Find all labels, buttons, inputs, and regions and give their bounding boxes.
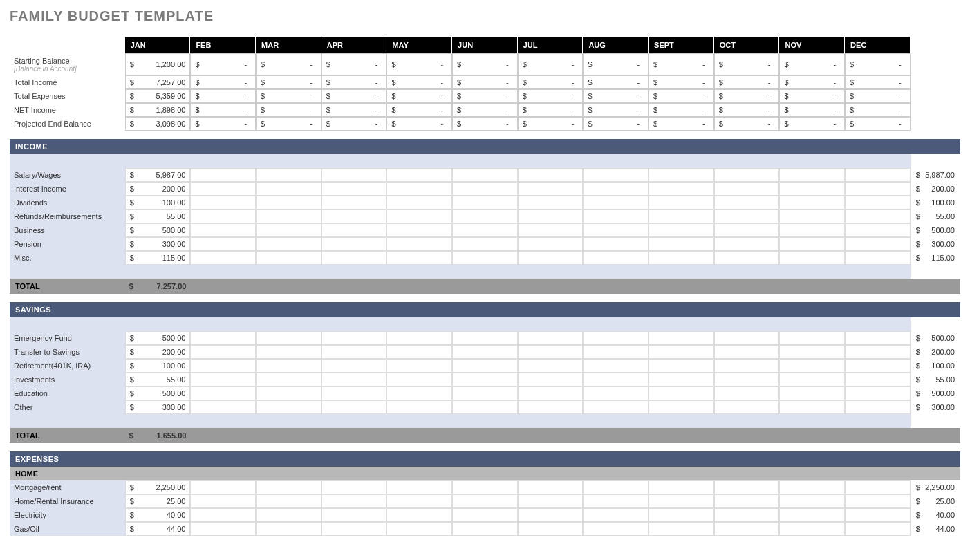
money-cell[interactable] [714, 209, 780, 223]
money-cell[interactable] [845, 508, 911, 522]
money-cell[interactable] [583, 359, 649, 373]
money-cell[interactable]: $- [256, 75, 321, 89]
money-cell[interactable] [386, 251, 452, 265]
money-cell[interactable] [321, 196, 387, 209]
money-cell[interactable]: $- [256, 117, 321, 131]
money-cell[interactable] [190, 494, 256, 508]
money-cell[interactable]: $100.00 [125, 359, 191, 373]
money-cell[interactable] [649, 400, 714, 414]
money-cell[interactable]: $- [321, 75, 387, 89]
money-cell[interactable]: $- [386, 89, 452, 103]
money-cell[interactable]: $25.00 [125, 494, 191, 508]
money-cell[interactable] [321, 223, 387, 237]
money-cell[interactable] [190, 359, 256, 373]
money-cell[interactable]: $- [190, 103, 256, 117]
money-cell[interactable] [518, 508, 584, 522]
money-cell[interactable]: $- [779, 53, 845, 75]
money-cell[interactable]: $100.00 [125, 196, 191, 209]
money-cell[interactable] [518, 522, 584, 536]
money-cell[interactable] [190, 251, 256, 265]
money-cell[interactable] [845, 386, 911, 400]
money-cell[interactable] [321, 209, 387, 223]
money-cell[interactable] [779, 386, 845, 400]
money-cell[interactable] [256, 168, 321, 182]
money-cell[interactable] [321, 400, 387, 414]
money-cell[interactable] [452, 508, 518, 522]
money-cell[interactable] [649, 386, 714, 400]
money-cell[interactable] [256, 196, 321, 209]
money-cell[interactable] [714, 386, 780, 400]
money-cell[interactable]: $- [386, 53, 452, 75]
money-cell[interactable] [714, 237, 780, 251]
money-cell[interactable] [779, 400, 845, 414]
money-cell[interactable]: $- [518, 75, 584, 89]
money-cell[interactable] [190, 400, 256, 414]
money-cell[interactable] [321, 480, 387, 494]
money-cell[interactable]: $- [321, 117, 387, 131]
money-cell[interactable] [518, 251, 584, 265]
money-cell[interactable] [321, 182, 387, 196]
money-cell[interactable] [845, 494, 911, 508]
money-cell[interactable] [518, 359, 584, 373]
money-cell[interactable] [452, 209, 518, 223]
money-cell[interactable] [649, 522, 714, 536]
money-cell[interactable] [779, 182, 845, 196]
money-cell[interactable] [452, 182, 518, 196]
money-cell[interactable] [583, 373, 649, 386]
money-cell[interactable] [256, 494, 321, 508]
money-cell[interactable] [518, 223, 584, 237]
money-cell[interactable] [779, 508, 845, 522]
money-cell[interactable] [649, 331, 714, 345]
money-cell[interactable]: $44.00 [125, 522, 191, 536]
money-cell[interactable] [714, 331, 780, 345]
money-cell[interactable]: $- [452, 89, 518, 103]
money-cell[interactable]: $- [386, 75, 452, 89]
money-cell[interactable]: $- [256, 53, 321, 75]
money-cell[interactable]: $- [518, 53, 584, 75]
money-cell[interactable] [386, 182, 452, 196]
money-cell[interactable] [321, 359, 387, 373]
money-cell[interactable] [321, 331, 387, 345]
money-cell[interactable] [321, 345, 387, 359]
money-cell[interactable] [452, 331, 518, 345]
money-cell[interactable] [845, 209, 911, 223]
money-cell[interactable] [190, 223, 256, 237]
money-cell[interactable] [779, 373, 845, 386]
money-cell[interactable] [845, 196, 911, 209]
money-cell[interactable]: $- [779, 89, 845, 103]
money-cell[interactable] [714, 182, 780, 196]
money-cell[interactable] [845, 522, 911, 536]
money-cell[interactable] [845, 480, 911, 494]
money-cell[interactable] [779, 522, 845, 536]
money-cell[interactable] [321, 494, 387, 508]
money-cell[interactable] [649, 359, 714, 373]
money-cell[interactable]: $- [518, 89, 584, 103]
money-cell[interactable] [190, 209, 256, 223]
money-cell[interactable]: $- [190, 75, 256, 89]
money-cell[interactable]: $- [190, 53, 256, 75]
money-cell[interactable]: $- [452, 53, 518, 75]
money-cell[interactable]: $1,200.00 [125, 53, 191, 75]
money-cell[interactable] [583, 400, 649, 414]
money-cell[interactable] [321, 373, 387, 386]
money-cell[interactable] [714, 480, 780, 494]
money-cell[interactable] [518, 373, 584, 386]
money-cell[interactable]: $- [452, 117, 518, 131]
money-cell[interactable]: $5,987.00 [125, 168, 191, 182]
money-cell[interactable] [714, 373, 780, 386]
money-cell[interactable]: $- [583, 53, 649, 75]
money-cell[interactable] [649, 508, 714, 522]
money-cell[interactable] [583, 182, 649, 196]
money-cell[interactable] [583, 168, 649, 182]
money-cell[interactable] [649, 182, 714, 196]
money-cell[interactable] [386, 373, 452, 386]
money-cell[interactable] [845, 400, 911, 414]
money-cell[interactable] [452, 386, 518, 400]
money-cell[interactable] [452, 196, 518, 209]
money-cell[interactable]: $- [649, 117, 714, 131]
money-cell[interactable] [256, 209, 321, 223]
money-cell[interactable]: $- [779, 103, 845, 117]
money-cell[interactable] [452, 400, 518, 414]
money-cell[interactable] [518, 182, 584, 196]
money-cell[interactable]: $2,250.00 [125, 480, 191, 494]
